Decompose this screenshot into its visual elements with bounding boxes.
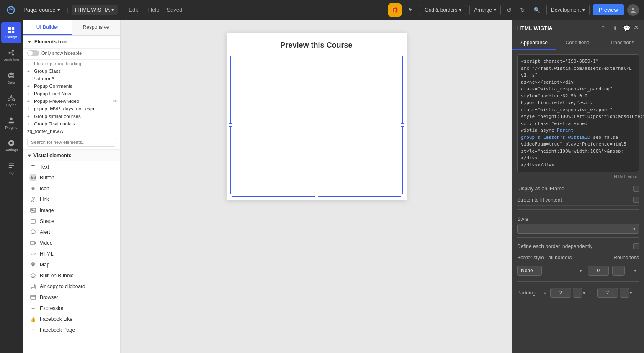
- help-circle-icon[interactable]: ?: [598, 23, 608, 33]
- tab-appearance[interactable]: Appearance: [512, 36, 556, 50]
- border-style-controls-row: None: [517, 263, 639, 278]
- app-logo[interactable]: [5, 4, 17, 16]
- tree-item-popup-comments[interactable]: + Popup Comments ···: [23, 82, 120, 90]
- help-button[interactable]: Help: [144, 4, 164, 15]
- visual-item-alert[interactable]: Alert: [23, 227, 120, 238]
- handle-bottom-left[interactable]: [229, 194, 232, 197]
- tree-item-footer[interactable]: zq_footer_new A ···: [23, 128, 120, 135]
- handle-bottom-right[interactable]: [401, 194, 404, 197]
- tab-responsive[interactable]: Responsive: [72, 20, 120, 35]
- handle-top-center[interactable]: [315, 53, 318, 56]
- visual-item-expression[interactable]: + Expression: [23, 303, 120, 314]
- tree-item-floating-group[interactable]: + FloatingGroup loading ···: [23, 60, 120, 67]
- visual-item-video[interactable]: Video: [23, 238, 120, 248]
- cursor-tool-button[interactable]: [405, 4, 417, 16]
- svg-rect-24: [31, 295, 36, 299]
- handle-bottom-center[interactable]: [315, 194, 318, 197]
- visual-elements-toggle: ▼: [27, 153, 32, 158]
- visual-item-icon[interactable]: Icon: [23, 183, 120, 194]
- search-input[interactable]: [27, 138, 116, 147]
- svg-rect-15: [9, 167, 12, 168]
- video-icon: [30, 240, 36, 246]
- search-button[interactable]: 🔍: [531, 4, 543, 16]
- icon-icon: [30, 185, 36, 192]
- tab-conditional[interactable]: Conditional: [556, 36, 600, 50]
- padding-h-input[interactable]: [597, 288, 618, 298]
- preview-button[interactable]: Preview: [593, 4, 624, 15]
- tree-item-group-class[interactable]: + Group Class ···: [23, 67, 120, 75]
- svg-point-11: [13, 98, 15, 100]
- user-avatar[interactable]: [627, 4, 639, 16]
- visual-item-text[interactable]: T Text: [23, 161, 120, 172]
- roundness-unit-select[interactable]: [612, 266, 625, 276]
- selection-box[interactable]: [230, 54, 403, 197]
- visual-elements-header[interactable]: ▼ Visual elements: [23, 150, 120, 161]
- sidebar-item-data[interactable]: Data: [1, 67, 21, 89]
- tree-item-popup-enrollnow[interactable]: + Popup EnrollNow ···: [23, 90, 120, 97]
- svg-point-17: [31, 209, 32, 210]
- visual-item-image[interactable]: Image: [23, 205, 120, 216]
- page-selector[interactable]: Page: course ▾: [20, 5, 64, 15]
- tree-item-popup-preview[interactable]: + Popup Preview video 👁: [23, 97, 120, 105]
- undo-button[interactable]: ↺: [504, 4, 514, 16]
- close-icon[interactable]: ✕: [634, 23, 639, 33]
- handle-top-left[interactable]: [229, 53, 232, 56]
- main-layout: UI Builder Design Workflow Data Styles P…: [0, 20, 644, 353]
- svg-rect-13: [9, 163, 14, 164]
- visual-item-link[interactable]: Link: [23, 194, 120, 205]
- visual-item-built-on-bubble[interactable]: Built on Bubble: [23, 270, 120, 281]
- roundness-input[interactable]: [588, 266, 609, 276]
- border-style-select[interactable]: None: [517, 266, 542, 276]
- edit-button[interactable]: Edit: [124, 4, 142, 15]
- svg-point-0: [8, 6, 15, 13]
- visual-item-air-copy[interactable]: Air copy to clipboard: [23, 281, 120, 292]
- display-iframe-checkbox[interactable]: [633, 186, 639, 192]
- development-button[interactable]: Development ▾: [546, 5, 590, 15]
- visual-item-button[interactable]: click Button: [23, 172, 120, 183]
- sidebar-item-design[interactable]: UI Builder Design: [1, 22, 21, 43]
- handle-mid-left[interactable]: [229, 123, 232, 127]
- tree-item-group-testimonials[interactable]: + Group Testimonials ···: [23, 120, 120, 128]
- visual-item-facebook-like[interactable]: 👍 Facebook Like: [23, 314, 120, 325]
- tree-collapse-icon[interactable]: ▼: [27, 39, 32, 44]
- padding-h-unit-select[interactable]: [620, 288, 629, 298]
- sidebar-item-logs[interactable]: Logs: [1, 157, 21, 179]
- arrange-button[interactable]: Arrange ▾: [469, 5, 501, 15]
- html-editor-label[interactable]: HTML editor: [517, 174, 639, 179]
- tree-item-platform-a[interactable]: Platform A ···: [23, 75, 120, 82]
- handle-top-right[interactable]: [401, 53, 404, 56]
- tree-item-popup-mvp[interactable]: + popup_MVP_days_not_expi... ···: [23, 105, 120, 113]
- left-panel-tabs: UI Builder Responsive: [23, 20, 120, 36]
- handle-mid-right[interactable]: [401, 123, 404, 127]
- visual-item-facebook-page[interactable]: f Facebook Page: [23, 325, 120, 335]
- hideable-toggle[interactable]: [27, 50, 39, 56]
- padding-v-item: V: [544, 288, 588, 298]
- sidebar-item-workflow[interactable]: Workflow: [1, 44, 21, 66]
- svg-point-1: [632, 8, 634, 10]
- element-selector[interactable]: HTML WISTIA ▾: [72, 5, 118, 15]
- visual-item-html[interactable]: </> HTML: [23, 248, 120, 259]
- topbar-actions: Edit Help Saved: [124, 4, 182, 15]
- grid-borders-button[interactable]: Grid & borders ▾: [420, 5, 466, 15]
- tree-item-group-similar[interactable]: + Group similar courses ···: [23, 113, 120, 120]
- visual-item-shape[interactable]: Shape: [23, 216, 120, 227]
- gift-button[interactable]: 🎁: [388, 3, 402, 17]
- sidebar-item-plugins[interactable]: Plugins: [1, 112, 21, 134]
- tab-transitions[interactable]: Transitions: [600, 36, 644, 50]
- visual-item-map[interactable]: Map: [23, 259, 120, 270]
- comment-icon[interactable]: 💬: [622, 23, 631, 33]
- padding-v-input[interactable]: [550, 288, 571, 298]
- link-icon: [30, 196, 36, 203]
- right-panel-header: HTML WISTIA ? ℹ 💬 ✕: [512, 20, 644, 36]
- sidebar-item-styles[interactable]: Styles: [1, 90, 21, 111]
- padding-v-unit-select[interactable]: [573, 288, 582, 298]
- info-icon[interactable]: ℹ: [610, 23, 619, 33]
- style-select[interactable]: [517, 224, 639, 234]
- redo-button[interactable]: ↻: [518, 4, 528, 16]
- stretch-fit-checkbox[interactable]: [633, 197, 639, 203]
- html-editor-box[interactable]: <script charset="ISO-8859-1"src="//fast.…: [517, 54, 639, 172]
- define-border-checkbox[interactable]: [633, 243, 639, 249]
- visual-item-browser[interactable]: Browser: [23, 292, 120, 303]
- sidebar-item-settings[interactable]: Settings: [1, 135, 21, 156]
- tab-ui-builder[interactable]: UI Builder: [23, 20, 72, 35]
